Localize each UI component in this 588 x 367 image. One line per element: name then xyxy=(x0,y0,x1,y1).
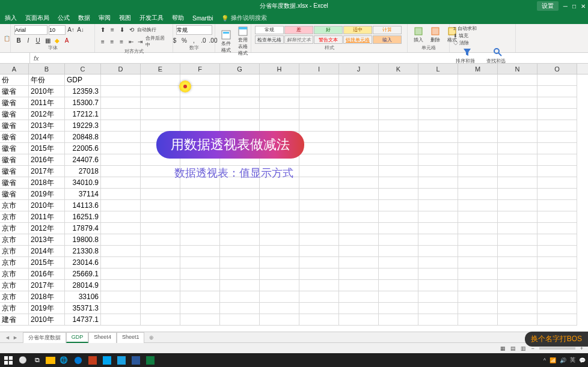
column-header-O[interactable]: O xyxy=(537,64,577,74)
bold-button[interactable]: B xyxy=(14,36,23,44)
browser-icon[interactable]: 🌐 xyxy=(58,355,70,366)
cell[interactable] xyxy=(379,246,418,257)
cell[interactable] xyxy=(418,223,458,234)
cell[interactable]: 17212.1 xyxy=(65,109,101,120)
cell[interactable] xyxy=(537,257,577,268)
cell[interactable] xyxy=(180,314,220,326)
cell[interactable] xyxy=(180,268,220,280)
comma-icon[interactable]: , xyxy=(190,36,198,44)
view-pagelayout-icon[interactable]: ▤ xyxy=(510,345,516,351)
sheet-tab[interactable]: Sheet4 xyxy=(88,332,117,343)
cell[interactable] xyxy=(260,268,299,280)
formula-bar[interactable] xyxy=(43,53,588,63)
cell[interactable] xyxy=(537,97,577,109)
cell[interactable] xyxy=(339,314,379,326)
cell[interactable] xyxy=(339,166,379,177)
cell[interactable] xyxy=(537,120,577,132)
cell[interactable] xyxy=(299,166,339,177)
font-color-button[interactable]: A xyxy=(63,36,71,44)
cell[interactable]: 2010年 xyxy=(29,86,65,97)
cell[interactable] xyxy=(299,154,339,166)
cell[interactable]: 徽省 xyxy=(0,166,29,177)
cell[interactable] xyxy=(379,109,418,120)
cell[interactable] xyxy=(458,280,498,291)
cell[interactable]: 京市 xyxy=(0,280,29,291)
search-icon[interactable]: ⚪ xyxy=(17,355,29,366)
column-header-E[interactable]: E xyxy=(141,64,180,74)
cell[interactable] xyxy=(339,74,379,86)
cell[interactable]: 33106 xyxy=(65,291,101,303)
cell[interactable]: 2014年 xyxy=(29,246,65,257)
cell[interactable] xyxy=(537,74,577,86)
cell[interactable] xyxy=(418,86,458,97)
cell[interactable] xyxy=(458,257,498,268)
cell[interactable] xyxy=(220,257,260,268)
cell[interactable] xyxy=(458,303,498,314)
cell[interactable] xyxy=(498,166,537,177)
tab-formulas[interactable]: 公式 xyxy=(58,14,70,22)
decrease-font-icon[interactable]: A↓ xyxy=(76,25,85,34)
tab-smartbi[interactable]: Smartbi xyxy=(192,15,213,22)
cell[interactable] xyxy=(220,189,260,200)
cell[interactable] xyxy=(537,132,577,143)
cell[interactable] xyxy=(458,314,498,326)
cell[interactable] xyxy=(458,200,498,211)
cell[interactable]: 京市 xyxy=(0,234,29,246)
cell[interactable] xyxy=(260,109,299,120)
cell[interactable]: 24407.6 xyxy=(65,154,101,166)
cell[interactable] xyxy=(498,257,537,268)
cell[interactable] xyxy=(220,268,260,280)
cell[interactable] xyxy=(260,74,299,86)
name-box[interactable] xyxy=(0,53,30,63)
cell[interactable]: 17879.4 xyxy=(65,223,101,234)
cell[interactable] xyxy=(260,314,299,326)
cell[interactable] xyxy=(101,223,141,234)
cell[interactable] xyxy=(379,166,418,177)
cell[interactable] xyxy=(379,74,418,86)
cell[interactable]: 京市 xyxy=(0,211,29,223)
cell[interactable] xyxy=(180,120,220,132)
cell[interactable] xyxy=(299,246,339,257)
increase-decimal-icon[interactable]: .0 xyxy=(200,36,208,44)
align-top-icon[interactable]: ⬆ xyxy=(99,25,107,34)
app-icon-3[interactable] xyxy=(115,355,127,366)
cell[interactable] xyxy=(141,86,180,97)
cell[interactable] xyxy=(220,200,260,211)
cell[interactable]: 16251.9 xyxy=(65,211,101,223)
cell[interactable] xyxy=(260,291,299,303)
cell[interactable] xyxy=(379,86,418,97)
column-header-F[interactable]: F xyxy=(180,64,220,74)
column-header-L[interactable]: L xyxy=(418,64,458,74)
cell[interactable] xyxy=(141,223,180,234)
cell-style-warn[interactable]: 警告文本 xyxy=(314,35,343,44)
cell[interactable]: 徽省 xyxy=(0,143,29,154)
cell[interactable] xyxy=(141,314,180,326)
cell[interactable]: 2012年 xyxy=(29,223,65,234)
cell[interactable]: 2011年 xyxy=(29,211,65,223)
minimize-icon[interactable]: ─ xyxy=(563,3,568,10)
cell[interactable] xyxy=(458,132,498,143)
cell[interactable] xyxy=(141,246,180,257)
task-view-icon[interactable]: ⧉ xyxy=(31,355,43,366)
cell[interactable] xyxy=(101,109,141,120)
cell[interactable]: 徽省 xyxy=(0,109,29,120)
cell[interactable] xyxy=(101,74,141,86)
tray-notification-icon[interactable]: 💬 xyxy=(579,357,586,363)
cell[interactable] xyxy=(458,211,498,223)
cell[interactable] xyxy=(220,246,260,257)
cell[interactable] xyxy=(379,257,418,268)
cell[interactable]: 19800.8 xyxy=(65,234,101,246)
sheet-nav-prev-icon[interactable]: ◄ xyxy=(5,335,10,341)
cell[interactable] xyxy=(498,200,537,211)
settings-button[interactable]: 设置 xyxy=(537,1,559,11)
cell[interactable] xyxy=(537,200,577,211)
cell[interactable]: 12359.3 xyxy=(65,86,101,97)
cell[interactable] xyxy=(458,268,498,280)
cell[interactable] xyxy=(458,177,498,189)
paste-icon[interactable]: 📋 xyxy=(4,35,10,41)
cell[interactable] xyxy=(537,86,577,97)
cell[interactable] xyxy=(101,132,141,143)
tray-chevron-icon[interactable]: ^ xyxy=(544,357,546,363)
cell[interactable] xyxy=(418,246,458,257)
tray-network-icon[interactable]: 📶 xyxy=(550,357,556,363)
